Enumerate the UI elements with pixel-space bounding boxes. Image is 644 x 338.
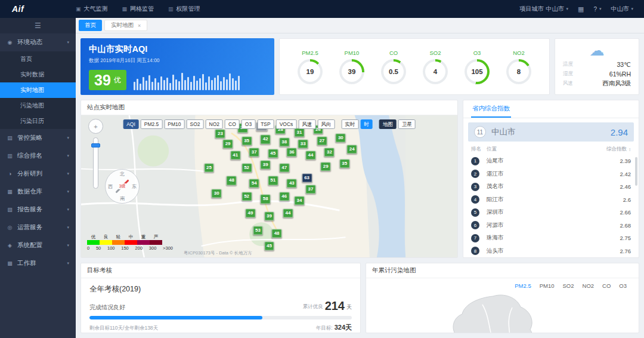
ranking-row[interactable]: 1汕尾市2.39 <box>463 155 639 168</box>
pollutant-tab[interactable]: SO2 <box>563 282 574 289</box>
ranking-row[interactable]: 5深圳市2.66 <box>463 206 639 219</box>
sort-icon[interactable]: ↕ <box>628 147 631 152</box>
tab-home[interactable]: 首页 <box>79 20 102 31</box>
map-marker[interactable]: 52 <box>242 192 252 201</box>
map-toolbar-button[interactable]: PM2.5 <box>141 119 163 129</box>
map-marker[interactable]: 51 <box>268 176 278 185</box>
time-range-button[interactable]: 实时 <box>341 119 358 129</box>
apps-grid-icon[interactable]: ▦ <box>578 5 584 13</box>
map-marker[interactable]: 43 <box>287 179 297 188</box>
map-toolbar-button[interactable]: PM10 <box>164 119 184 129</box>
scrollbar-thumb[interactable] <box>635 157 637 186</box>
sidebar-group-control[interactable]: ▤管控策略▾ <box>0 129 76 147</box>
map-toolbar-button[interactable]: O3 <box>242 119 255 129</box>
sidebar-group-environment[interactable]: ◉环境动态▾ <box>0 33 76 51</box>
map-marker[interactable]: 30 <box>212 189 222 198</box>
user-city-selector[interactable]: 中山市 ▾ <box>611 5 633 13</box>
map-marker[interactable]: 63 <box>302 173 312 182</box>
map-toolbar-button[interactable]: TSP <box>257 119 274 129</box>
map-marker[interactable]: 49 <box>245 209 255 218</box>
zoom-handle[interactable] <box>91 143 100 148</box>
pollutant-tab[interactable]: PM10 <box>540 282 555 289</box>
pollutant-tab[interactable]: PM2.5 <box>515 282 531 289</box>
map-marker[interactable]: 31 <box>295 128 305 137</box>
sidebar-subitem[interactable]: 首页 <box>0 51 76 67</box>
map-marker[interactable]: 54 <box>249 179 259 188</box>
time-range-button[interactable]: 时 <box>360 119 373 129</box>
map-marker[interactable]: 37 <box>305 185 315 193</box>
map-marker[interactable]: 29 <box>223 139 233 148</box>
ranking-row[interactable]: 4阳江市2.6 <box>463 193 639 207</box>
map-marker[interactable]: 32 <box>324 148 335 156</box>
tab-province-index[interactable]: 省内综合指数 <box>471 100 511 118</box>
map-marker[interactable]: 35 <box>242 136 252 145</box>
map-canvas[interactable]: AQIPM2.5PM10SO2NO2COO3TSPVOCs风速风向实时时地图卫星… <box>81 115 457 257</box>
map-marker[interactable]: 48 <box>227 176 237 185</box>
close-icon[interactable]: × <box>138 23 141 29</box>
map-marker[interactable]: 27 <box>317 136 327 145</box>
sidebar-group-system[interactable]: ◈系统配置▾ <box>0 236 76 254</box>
sidebar-subitem[interactable]: 污染地图 <box>0 98 76 113</box>
ranking-row[interactable]: 6河源市2.68 <box>463 219 639 232</box>
tab-realtime-map[interactable]: 实时地图 × <box>104 20 147 31</box>
ranking-row[interactable]: 3茂名市2.46 <box>463 180 639 193</box>
map-marker[interactable]: 58 <box>261 195 271 204</box>
map-marker[interactable]: 45 <box>268 149 278 158</box>
map-marker[interactable]: 41 <box>230 150 240 159</box>
map-zoom-slider[interactable] <box>93 137 98 189</box>
pollutant-tab[interactable]: NO2 <box>583 282 595 289</box>
map-marker[interactable]: 46 <box>279 192 289 201</box>
map-marker[interactable]: 36 <box>287 148 297 156</box>
map-toolbar-button[interactable]: NO2 <box>206 119 223 129</box>
map-marker[interactable]: 37 <box>249 148 259 156</box>
sidebar-collapse-button[interactable]: ☰ <box>0 18 76 33</box>
map-marker[interactable]: 45 <box>264 241 274 250</box>
map-pan-control[interactable]: + <box>88 119 103 134</box>
ranking-row[interactable]: 8汕头市2.76 <box>463 245 639 258</box>
sidebar-group-ranking[interactable]: ▥综合排名▾ <box>0 147 76 165</box>
map-marker[interactable]: 44 <box>283 209 293 218</box>
map-toolbar-button[interactable]: SO2 <box>187 119 204 129</box>
map-marker[interactable]: 47 <box>279 163 289 172</box>
sidebar-subitem[interactable]: 实时地图 <box>0 82 76 98</box>
map-marker[interactable]: 42 <box>261 135 271 144</box>
navbar-item-grid[interactable]: ▦网格监管 <box>122 5 154 13</box>
sidebar-subitem[interactable]: 污染日历 <box>0 113 76 129</box>
map-marker[interactable]: 38 <box>279 138 289 147</box>
current-city-rank[interactable]: 11 中山市 2.94 <box>468 122 634 142</box>
pollutant-tab[interactable]: O3 <box>619 282 627 289</box>
map-marker[interactable]: 33 <box>298 139 308 148</box>
navbar-item-atmosphere[interactable]: ▣大气监测 <box>76 5 108 13</box>
map-marker[interactable]: 25 <box>204 163 214 172</box>
project-city-selector[interactable]: 项目城市 中山市 ▾ <box>519 5 568 13</box>
map-marker[interactable]: 24 <box>347 145 357 154</box>
map-marker[interactable]: 52 <box>242 163 252 172</box>
map-marker[interactable]: 34 <box>295 196 305 205</box>
map-toolbar-button[interactable]: AQI <box>123 119 139 129</box>
sidebar-group-workgroup[interactable]: ▩工作群▾ <box>0 254 76 272</box>
map-toolbar-button[interactable]: 风速 <box>298 119 315 129</box>
sidebar-group-operation[interactable]: ◎运营服务▾ <box>0 219 76 236</box>
sidebar-subitem[interactable]: 实时数据 <box>0 67 76 82</box>
map-marker[interactable]: 23 <box>215 129 225 138</box>
map-marker[interactable]: 44 <box>305 150 315 159</box>
pollutant-tab[interactable]: CO <box>602 282 611 289</box>
map-layer-button[interactable]: 地图 <box>379 119 397 129</box>
help-menu[interactable]: ? ▾ <box>593 6 601 13</box>
map-marker[interactable]: 35 <box>339 159 349 168</box>
map-marker[interactable]: 30 <box>336 133 346 142</box>
sidebar-group-warehouse[interactable]: ▦数据仓库▾ <box>0 183 76 201</box>
map-layer-button[interactable]: 卫星 <box>398 119 416 129</box>
sidebar-group-report[interactable]: ▧报告服务▾ <box>0 201 76 219</box>
ranking-row[interactable]: 7珠海市2.75 <box>463 232 639 245</box>
map-marker[interactable]: 29 <box>321 162 331 171</box>
map-toolbar-button[interactable]: VOCs <box>276 119 297 129</box>
ranking-row[interactable]: 2湛江市2.42 <box>463 168 639 181</box>
map-marker[interactable]: 39 <box>264 211 274 220</box>
map-marker[interactable]: 48 <box>272 229 282 238</box>
map-marker[interactable]: 39 <box>261 161 271 170</box>
map-toolbar-button[interactable]: CO <box>225 119 240 129</box>
map-marker[interactable]: 53 <box>253 226 263 235</box>
map-toolbar-button[interactable]: 风向 <box>317 119 335 129</box>
sidebar-group-analysis[interactable]: ◑分析研判▾ <box>0 165 76 183</box>
